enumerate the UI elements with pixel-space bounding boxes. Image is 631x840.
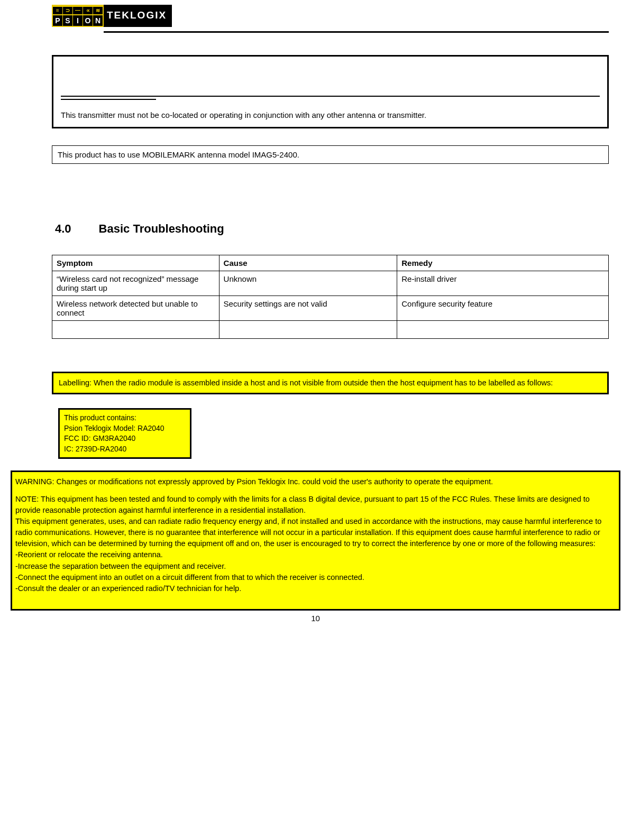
logo-letter: O	[83, 15, 93, 26]
section-number: 4.0	[55, 222, 71, 235]
main-content: This transmitter must not be co-located …	[0, 55, 631, 339]
measure-line: -Connect the equipment into an outlet on…	[15, 572, 616, 583]
table-header-row: Symptom Cause Remedy	[52, 255, 609, 271]
contains-line: This product contains:	[64, 413, 186, 423]
note-paragraph: This equipment generates, uses, and can …	[15, 516, 616, 549]
psion-logo-block: ≡ ⊃ — ∝ ≋ P S I O N	[52, 5, 104, 27]
measure-line: -Increase the separation between the equ…	[15, 561, 616, 572]
transmitter-notice-text: This transmitter must not be co-located …	[61, 110, 600, 119]
table-row: Wireless network detected but unable to …	[52, 296, 609, 321]
contains-line: IC: 2739D-RA2040	[64, 444, 186, 455]
contains-line: Psion Teklogix Model: RA2040	[64, 423, 186, 434]
section-title: Basic Troubleshooting	[99, 222, 224, 235]
labelling-text: Labelling: When the radio module is asse…	[59, 379, 553, 387]
logo-glyph-icon: ≋	[93, 7, 103, 14]
section-heading: 4.0Basic Troubleshooting	[55, 222, 609, 236]
logo-letter: S	[63, 15, 72, 26]
teklogix-logo-text: TEKLOGIX	[104, 5, 172, 26]
cell-cause: Security settings are not valid	[219, 296, 397, 321]
logo-glyph-icon: —	[73, 7, 83, 14]
logo-letter: N	[93, 15, 103, 26]
page-number: 10	[0, 614, 631, 623]
col-header-symptom: Symptom	[52, 255, 220, 271]
labelling-notice-box: Labelling: When the radio module is asse…	[52, 372, 609, 394]
cell-remedy: Re-install driver	[397, 271, 609, 296]
contains-line: FCC ID: GM3RA2040	[64, 433, 186, 444]
cell-cause: Unknown	[219, 271, 397, 296]
measure-line: -Consult the dealer or an experienced ra…	[15, 583, 616, 594]
col-header-cause: Cause	[219, 255, 397, 271]
fcc-warning-box: WARNING: Changes or modifications not ex…	[11, 470, 620, 610]
logo-glyph-icon: ⊃	[63, 7, 72, 14]
note-paragraph: NOTE: This equipment has been tested and…	[15, 494, 616, 516]
col-header-remedy: Remedy	[397, 255, 609, 271]
logo-glyph-icon: ∝	[83, 7, 93, 14]
cell-symptom: Wireless network detected but unable to …	[52, 296, 220, 321]
logo-letter: P	[53, 15, 62, 26]
cell-symptom	[52, 321, 220, 339]
measure-line: -Reorient or relocate the receiving ante…	[15, 549, 616, 560]
transmitter-notice-box: This transmitter must not be co-located …	[52, 55, 609, 128]
header-divider	[104, 31, 609, 33]
cell-remedy	[397, 321, 609, 339]
cell-symptom: “Wireless card not recognized” message d…	[52, 271, 220, 296]
logo-letter: I	[73, 15, 83, 26]
product-contains-box: This product contains: Psion Teklogix Mo…	[58, 408, 191, 459]
box-inner-rule	[61, 96, 600, 97]
antenna-notice-text: This product has to use MOBILEMARK anten…	[58, 150, 299, 159]
warning-line: WARNING: Changes or modifications not ex…	[15, 476, 616, 487]
logo-glyph-icon: ≡	[53, 7, 62, 14]
table-row	[52, 321, 609, 339]
cell-remedy: Configure security feature	[397, 296, 609, 321]
box-inner-rule-short	[61, 99, 156, 100]
psion-teklogix-logo: ≡ ⊃ — ∝ ≋ P S I O N TEKLOGIX	[52, 5, 172, 27]
troubleshooting-table: Symptom Cause Remedy “Wireless card not …	[52, 255, 609, 339]
table-row: “Wireless card not recognized” message d…	[52, 271, 609, 296]
antenna-notice-box: This product has to use MOBILEMARK anten…	[52, 145, 609, 164]
cell-cause	[219, 321, 397, 339]
page-header: ≡ ⊃ — ∝ ≋ P S I O N TEKLOGIX	[0, 0, 631, 33]
document-page: ≡ ⊃ — ∝ ≋ P S I O N TEKLOGIX	[0, 0, 631, 639]
